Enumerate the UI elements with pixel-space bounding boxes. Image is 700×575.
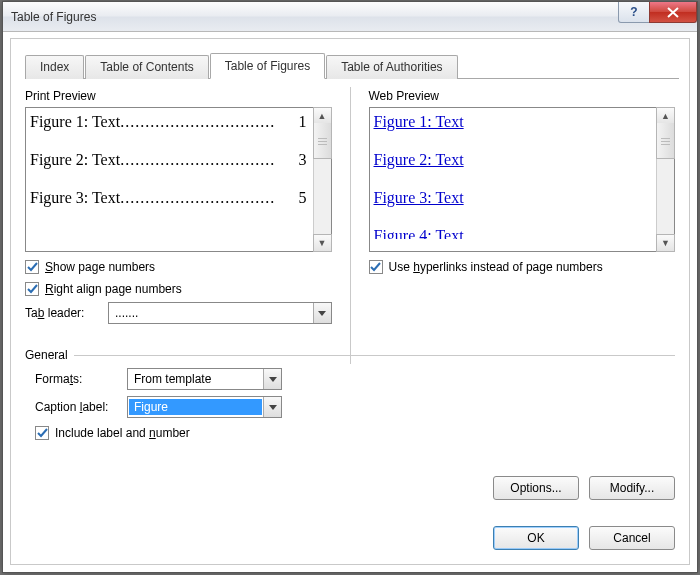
print-preview-column: Print Preview Figure 1: Text............… xyxy=(25,81,332,324)
chevron-down-icon xyxy=(263,397,281,417)
help-icon: ? xyxy=(630,5,637,19)
tabstrip: Index Table of Contents Table of Figures… xyxy=(25,53,679,79)
right-align-checkbox[interactable]: Right align page numbers xyxy=(25,282,332,296)
dropdown-value: Figure xyxy=(129,399,262,415)
formats-dropdown[interactable]: From template xyxy=(127,368,282,390)
checkbox-icon xyxy=(35,426,49,440)
tab-index[interactable]: Index xyxy=(25,55,84,79)
dropdown-value: From template xyxy=(128,372,263,386)
tab-leader-label: Tab leader: xyxy=(25,306,100,320)
scroll-track[interactable] xyxy=(657,158,674,235)
formats-label: Formats: xyxy=(35,372,127,386)
ok-button[interactable]: OK xyxy=(493,526,579,550)
dropdown-value: ....... xyxy=(109,306,313,320)
checkbox-label: Include label and number xyxy=(55,426,190,440)
print-preview-label: Print Preview xyxy=(25,89,332,103)
web-preview-link: Figure 1: Text xyxy=(374,112,651,132)
chevron-down-icon xyxy=(263,369,281,389)
scroll-down-button[interactable]: ▼ xyxy=(656,234,675,252)
print-preview-box: Figure 1: Text..........................… xyxy=(25,107,332,252)
caption-label-label: Caption label: xyxy=(35,400,127,414)
button-label: Modify... xyxy=(610,481,654,495)
web-preview-link: Figure 4: Text xyxy=(374,226,651,239)
scrollbar[interactable]: ▲ ▼ xyxy=(313,108,331,251)
web-preview-link: Figure 3: Text xyxy=(374,188,651,208)
modify-button[interactable]: Modify... xyxy=(589,476,675,500)
entry-label: Figure 3: Text xyxy=(30,188,120,208)
close-button[interactable] xyxy=(649,2,697,23)
tab-label: Index xyxy=(40,60,69,74)
leader-dots: ............................... xyxy=(120,112,298,132)
window-title: Table of Figures xyxy=(3,10,618,24)
titlebar[interactable]: Table of Figures ? xyxy=(3,2,697,32)
help-button[interactable]: ? xyxy=(618,2,650,23)
scroll-down-button[interactable]: ▼ xyxy=(313,234,332,252)
scroll-track[interactable] xyxy=(314,158,331,235)
entry-page: 3 xyxy=(299,150,307,170)
button-label: Options... xyxy=(510,481,561,495)
entry-label: Figure 2: Text xyxy=(30,150,120,170)
tab-label: Table of Contents xyxy=(100,60,193,74)
cancel-button[interactable]: Cancel xyxy=(589,526,675,550)
tab-contents[interactable]: Table of Contents xyxy=(85,55,208,79)
tab-label: Table of Figures xyxy=(225,59,310,73)
show-page-numbers-checkbox[interactable]: Show page numbers xyxy=(25,260,332,274)
checkbox-icon xyxy=(25,260,39,274)
scroll-thumb[interactable] xyxy=(313,123,332,159)
entry-page: 1 xyxy=(299,112,307,132)
entry-label: Figure 1: Text xyxy=(30,112,120,132)
print-preview-row: Figure 3: Text..........................… xyxy=(30,188,307,208)
web-preview-link: Figure 2: Text xyxy=(374,150,651,170)
leader-dots: ............................... xyxy=(120,150,298,170)
checkbox-label: Use hyperlinks instead of page numbers xyxy=(389,260,603,274)
checkbox-icon xyxy=(369,260,383,274)
button-label: OK xyxy=(527,531,544,545)
use-hyperlinks-checkbox[interactable]: Use hyperlinks instead of page numbers xyxy=(369,260,676,274)
tab-leader-dropdown[interactable]: ....... xyxy=(108,302,332,324)
tab-label: Table of Authorities xyxy=(341,60,442,74)
checkbox-icon xyxy=(25,282,39,296)
leader-dots: ............................... xyxy=(120,188,298,208)
print-preview-row: Figure 1: Text..........................… xyxy=(30,112,307,132)
checkbox-label: Show page numbers xyxy=(45,260,155,274)
scroll-thumb[interactable] xyxy=(656,123,675,159)
include-label-checkbox[interactable]: Include label and number xyxy=(35,426,675,440)
options-button[interactable]: Options... xyxy=(493,476,579,500)
close-icon xyxy=(667,7,679,18)
checkbox-label: Right align page numbers xyxy=(45,282,182,296)
entry-page: 5 xyxy=(299,188,307,208)
scrollbar[interactable]: ▲ ▼ xyxy=(656,108,674,251)
web-preview-label: Web Preview xyxy=(369,89,676,103)
general-label: General xyxy=(25,348,74,362)
chevron-down-icon xyxy=(313,303,331,323)
tab-figures[interactable]: Table of Figures xyxy=(210,53,325,79)
client-area: Index Table of Contents Table of Figures… xyxy=(10,38,690,565)
web-preview-box: Figure 1: Text Figure 2: Text Figure 3: … xyxy=(369,107,676,252)
button-label: Cancel xyxy=(613,531,650,545)
dialog-window: Table of Figures ? Index Table of Conten… xyxy=(2,1,698,573)
caption-label-dropdown[interactable]: Figure xyxy=(127,396,282,418)
column-divider xyxy=(350,87,351,364)
web-preview-column: Web Preview Figure 1: Text Figure 2: Tex… xyxy=(369,81,676,324)
tab-authorities[interactable]: Table of Authorities xyxy=(326,55,457,79)
print-preview-row: Figure 2: Text..........................… xyxy=(30,150,307,170)
